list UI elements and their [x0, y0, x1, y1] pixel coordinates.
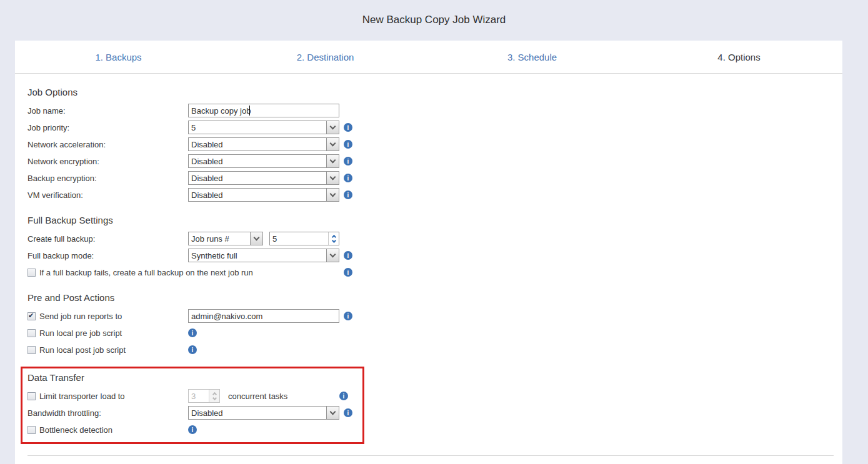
pre-script-row: Run local pre job script i	[27, 326, 842, 340]
concurrent-tasks-stepper: 3	[188, 389, 220, 403]
bottleneck-detection-checkbox[interactable]	[27, 426, 36, 434]
full-backup-mode-row: Full backup mode: Synthetic full i	[27, 249, 842, 262]
pre-script-label: Run local pre job script	[39, 328, 122, 338]
job-name-row: Job name:	[27, 104, 842, 117]
info-icon[interactable]: i	[188, 328, 197, 337]
network-encryption-select[interactable]: Disabled	[188, 154, 339, 168]
info-icon[interactable]: i	[344, 268, 352, 277]
bandwidth-throttling-select[interactable]: Disabled	[188, 406, 339, 420]
vm-verification-select[interactable]: Disabled	[188, 188, 339, 202]
vm-verification-row: VM verification: Disabled i	[27, 188, 842, 202]
limit-transporter-row: Limit transporter load to 3 concurrent t…	[27, 389, 362, 403]
stepper-value: 5	[270, 232, 328, 245]
full-backup-fail-checkbox[interactable]	[27, 269, 36, 277]
info-icon[interactable]: i	[188, 345, 197, 354]
data-transfer-highlight-box: Data Transfer Limit transporter load to …	[21, 367, 364, 444]
post-script-checkbox[interactable]	[27, 346, 36, 354]
backup-encryption-row: Backup encryption: Disabled i	[27, 171, 842, 185]
chevron-down-icon	[326, 121, 339, 134]
chevron-down-icon	[326, 189, 339, 201]
info-icon[interactable]: i	[344, 140, 352, 149]
wizard-header: New Backup Copy Job Wizard	[0, 0, 868, 41]
job-name-input[interactable]	[188, 104, 339, 117]
chevron-down-icon	[326, 249, 339, 262]
job-options-heading: Job Options	[27, 87, 842, 97]
chevron-down-icon	[250, 232, 262, 245]
create-full-backup-label: Create full backup:	[27, 234, 188, 244]
network-acceleration-select[interactable]: Disabled	[188, 137, 339, 151]
full-backup-mode-select[interactable]: Synthetic full	[188, 249, 339, 262]
options-page: Job Options Job name: Job priority: 5 i …	[15, 87, 842, 464]
pre-post-actions-heading: Pre and Post Actions	[27, 292, 842, 303]
footer-divider	[27, 455, 834, 456]
full-backup-settings-heading: Full Backup Settings	[27, 215, 842, 225]
full-backup-mode-label: Full backup mode:	[27, 251, 188, 260]
send-reports-checkbox[interactable]	[27, 312, 36, 320]
vm-verification-label: VM verification:	[27, 190, 188, 200]
send-reports-label: Send job run reports to	[39, 312, 122, 321]
job-priority-label: Job priority:	[27, 123, 188, 132]
info-icon[interactable]: i	[339, 392, 348, 400]
select-value: Disabled	[189, 189, 326, 201]
chevron-down-icon	[212, 395, 216, 400]
info-icon[interactable]: i	[188, 425, 197, 434]
pre-script-checkbox[interactable]	[27, 329, 36, 337]
job-priority-select[interactable]: 5	[188, 121, 339, 134]
post-script-row: Run local post job script i	[27, 343, 842, 357]
full-backup-fail-label: If a full backup fails, create a full ba…	[39, 268, 253, 277]
select-value: Job runs #	[189, 232, 250, 245]
network-acceleration-row: Network acceleration: Disabled i	[27, 137, 842, 151]
chevron-down-icon	[326, 407, 339, 419]
info-icon[interactable]: i	[344, 408, 352, 417]
bandwidth-throttling-row: Bandwidth throttling: Disabled i	[27, 406, 362, 420]
job-runs-count-stepper[interactable]: 5	[269, 232, 339, 245]
create-full-backup-mode-select[interactable]: Job runs #	[188, 232, 263, 245]
full-backup-fail-row: If a full backup fails, create a full ba…	[27, 265, 842, 279]
info-icon[interactable]: i	[344, 190, 352, 199]
select-value: 5	[189, 121, 326, 134]
create-full-backup-row: Create full backup: Job runs # 5	[27, 232, 842, 245]
tab-schedule[interactable]: 3. Schedule	[429, 52, 636, 62]
job-priority-row: Job priority: 5 i	[27, 121, 842, 134]
stepper-arrows	[209, 390, 219, 402]
chevron-down-icon	[326, 138, 339, 151]
backup-encryption-label: Backup encryption:	[27, 174, 188, 183]
tab-backups[interactable]: 1. Backups	[15, 52, 222, 62]
info-icon[interactable]: i	[344, 123, 352, 132]
job-name-label: Job name:	[27, 106, 188, 116]
backup-encryption-select[interactable]: Disabled	[188, 171, 339, 185]
network-acceleration-label: Network acceleration:	[27, 140, 188, 149]
select-value: Disabled	[189, 172, 326, 184]
select-value: Synthetic full	[189, 249, 326, 262]
select-value: Disabled	[189, 138, 326, 151]
bottleneck-detection-row: Bottleneck detection i	[27, 423, 362, 437]
network-encryption-row: Network encryption: Disabled i	[27, 154, 842, 168]
select-value: Disabled	[189, 155, 326, 167]
post-script-label: Run local post job script	[39, 345, 126, 355]
text-caret	[249, 106, 250, 116]
bandwidth-throttling-label: Bandwidth throttling:	[27, 408, 188, 418]
concurrent-tasks-suffix: concurrent tasks	[228, 392, 339, 401]
wizard-card: 1. Backups 2. Destination 3. Schedule 4.…	[15, 41, 842, 464]
chevron-down-icon	[326, 172, 339, 184]
chevron-down-icon	[331, 238, 336, 242]
network-encryption-label: Network encryption:	[27, 157, 188, 166]
chevron-down-icon	[326, 155, 339, 167]
wizard-title: New Backup Copy Job Wizard	[0, 14, 868, 26]
stepper-arrows[interactable]	[328, 232, 339, 245]
limit-transporter-label: Limit transporter load to	[39, 392, 125, 401]
stepper-value: 3	[189, 390, 209, 402]
wizard-steps: 1. Backups 2. Destination 3. Schedule 4.…	[15, 41, 842, 74]
info-icon[interactable]: i	[344, 312, 352, 320]
limit-transporter-checkbox[interactable]	[27, 392, 36, 400]
send-reports-row: Send job run reports to i	[27, 309, 842, 323]
tab-options[interactable]: 4. Options	[636, 52, 842, 62]
data-transfer-heading: Data Transfer	[27, 372, 362, 383]
bottleneck-detection-label: Bottleneck detection	[39, 425, 112, 435]
select-value: Disabled	[189, 407, 326, 419]
tab-destination[interactable]: 2. Destination	[222, 52, 429, 62]
info-icon[interactable]: i	[344, 174, 352, 182]
report-email-input[interactable]	[188, 309, 339, 323]
info-icon[interactable]: i	[344, 157, 352, 165]
info-icon[interactable]: i	[344, 251, 352, 260]
